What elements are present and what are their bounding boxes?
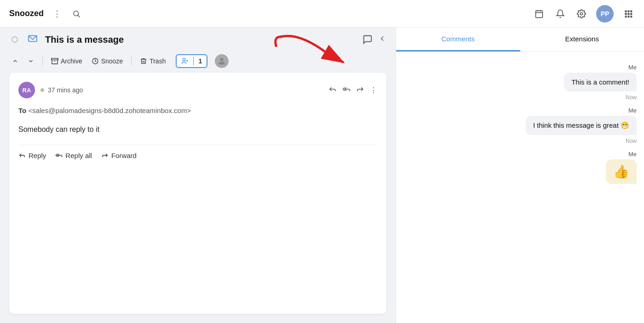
email-icon — [28, 34, 38, 45]
tab-extensions[interactable]: Extensions — [520, 28, 644, 51]
svg-rect-12 — [627, 13, 629, 15]
tab-comments[interactable]: Comments — [396, 28, 520, 51]
snooze-button[interactable]: Snooze — [89, 56, 126, 67]
message-title: This is a message — [45, 34, 357, 45]
svg-rect-15 — [627, 16, 629, 17]
svg-rect-14 — [625, 16, 627, 17]
more-options-button[interactable]: ⋮ — [51, 7, 63, 21]
collapse-panel-button[interactable] — [378, 34, 386, 45]
reply-button[interactable]: Reply — [18, 152, 46, 159]
sender-avatar: RA — [18, 82, 35, 98]
reply-quick-button[interactable] — [328, 85, 337, 95]
svg-point-1 — [74, 11, 79, 16]
navigate-up-button[interactable] — [9, 56, 21, 66]
header-title: Snoozed — [9, 9, 44, 18]
comment2-bubble: I think this message is great 😁 — [526, 116, 637, 135]
tabs-row: Comments Extensions — [396, 28, 644, 52]
email-card: RA 37 mins ago — [9, 73, 386, 314]
svg-point-22 — [183, 58, 185, 61]
toolbar-separator-1 — [42, 57, 43, 66]
email-assignee-avatar[interactable] — [215, 54, 229, 68]
svg-rect-9 — [627, 10, 629, 12]
svg-rect-19 — [52, 58, 58, 60]
email-time: 37 mins ago — [48, 86, 83, 94]
svg-rect-16 — [630, 16, 632, 17]
snooze-bell-icon[interactable] — [9, 34, 20, 45]
user-avatar[interactable]: PP — [596, 5, 614, 23]
comment3-sender: Me — [403, 151, 637, 158]
svg-point-7 — [581, 12, 583, 15]
settings-button[interactable] — [575, 7, 588, 20]
forward-quick-button[interactable] — [356, 85, 364, 95]
email-time-info: 37 mins ago — [40, 86, 83, 94]
email-body: Somebody can reply to it — [18, 125, 377, 134]
reply-all-quick-button[interactable] — [342, 85, 351, 95]
trash-button[interactable]: Trash — [137, 56, 168, 67]
comment3-bubble: 👍 — [606, 159, 637, 184]
main-layout: This is a message Archive Snoo — [0, 28, 644, 323]
left-panel: This is a message Archive Snoo — [0, 28, 396, 323]
svg-rect-11 — [625, 13, 627, 15]
archive-button[interactable]: Archive — [48, 56, 85, 67]
apps-grid-button[interactable] — [622, 7, 635, 20]
svg-rect-3 — [536, 11, 543, 17]
assignee-button[interactable]: 1 — [176, 54, 207, 68]
comment-toggle-button[interactable] — [362, 34, 373, 45]
svg-line-2 — [78, 15, 80, 17]
search-button[interactable] — [70, 8, 82, 20]
svg-rect-10 — [630, 10, 632, 12]
svg-point-25 — [220, 58, 224, 61]
message-header-bar: This is a message — [0, 28, 396, 51]
comments-area: Me This is a comment! Now Me I think thi… — [396, 52, 644, 323]
svg-rect-8 — [625, 10, 627, 12]
comment1-bubble: This is a comment! — [564, 73, 637, 91]
header-left: Snoozed ⋮ — [9, 7, 82, 21]
navigate-down-button[interactable] — [25, 56, 37, 66]
header-right: PP — [533, 5, 635, 23]
email-toolbar: Archive Snooze Trash 1 — [0, 51, 396, 73]
comment1-sender: Me — [403, 64, 637, 71]
notifications-button[interactable] — [554, 7, 567, 20]
comment1-time: Now — [403, 94, 637, 101]
calendar-button[interactable] — [533, 7, 546, 20]
comment2-time: Now — [403, 138, 637, 144]
svg-point-17 — [12, 37, 17, 42]
email-meta: RA 37 mins ago — [18, 82, 377, 98]
toolbar-separator-2 — [131, 57, 132, 66]
email-reply-row: Reply Reply all Forward — [18, 145, 377, 159]
reply-all-button[interactable]: Reply all — [55, 152, 92, 159]
app-header: Snoozed ⋮ PP — [0, 0, 644, 28]
forward-button[interactable]: Forward — [101, 152, 137, 159]
email-to-field: To <sales@palomadesigns-b8d0d.zohoteamin… — [18, 106, 377, 116]
more-email-options-button[interactable]: ⋮ — [370, 86, 377, 95]
email-inline-actions: ⋮ — [328, 85, 377, 95]
comment2-sender: Me — [403, 107, 637, 114]
svg-rect-13 — [630, 13, 632, 15]
right-panel: Comments Extensions Me This is a comment… — [396, 28, 644, 323]
online-indicator — [40, 88, 44, 92]
